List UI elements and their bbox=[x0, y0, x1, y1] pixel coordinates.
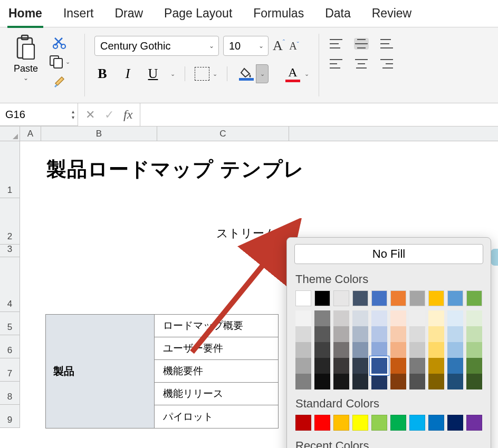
paste-button[interactable]: Paste ⌄ bbox=[7, 33, 44, 82]
font-name-select[interactable]: Century Gothic⌄ bbox=[94, 36, 219, 56]
align-bottom-button[interactable] bbox=[379, 38, 394, 50]
select-all-corner[interactable] bbox=[0, 126, 20, 141]
row-header[interactable]: 1 bbox=[0, 141, 20, 198]
color-swatch[interactable] bbox=[447, 374, 463, 389]
color-swatch[interactable] bbox=[428, 326, 444, 342]
color-swatch[interactable] bbox=[390, 326, 406, 342]
font-color-button[interactable]: A bbox=[283, 65, 302, 82]
color-swatch[interactable] bbox=[295, 415, 311, 431]
column-header[interactable]: A bbox=[20, 126, 41, 141]
row-header[interactable]: 3 bbox=[0, 245, 20, 257]
fill-color-dropdown[interactable]: ⌄ bbox=[256, 64, 269, 83]
color-swatch[interactable] bbox=[371, 374, 387, 389]
color-swatch[interactable] bbox=[371, 358, 387, 374]
cut-button[interactable] bbox=[53, 36, 66, 50]
color-swatch[interactable] bbox=[314, 290, 330, 306]
color-swatch[interactable] bbox=[333, 358, 349, 374]
color-swatch[interactable] bbox=[466, 290, 482, 306]
color-swatch[interactable] bbox=[352, 290, 368, 306]
color-swatch[interactable] bbox=[466, 342, 482, 358]
color-swatch[interactable] bbox=[371, 310, 387, 326]
color-swatch[interactable] bbox=[466, 310, 482, 326]
table-row[interactable]: 機能要件 bbox=[155, 360, 278, 383]
color-swatch[interactable] bbox=[295, 290, 311, 306]
borders-button[interactable]: ⌄ bbox=[195, 67, 217, 81]
color-swatch[interactable] bbox=[428, 290, 444, 306]
color-swatch[interactable] bbox=[352, 326, 368, 342]
chevron-down-icon[interactable]: ⌄ bbox=[170, 71, 175, 77]
font-size-select[interactable]: 10⌄ bbox=[223, 36, 269, 56]
color-swatch[interactable] bbox=[295, 358, 311, 374]
column-header[interactable]: C bbox=[157, 126, 289, 141]
color-swatch[interactable] bbox=[409, 415, 425, 431]
color-swatch[interactable] bbox=[390, 358, 406, 374]
table-row[interactable]: 機能リリース bbox=[155, 383, 278, 405]
color-swatch[interactable] bbox=[352, 342, 368, 358]
ribbon-tab-draw[interactable]: Draw bbox=[113, 4, 144, 26]
decrease-font-button[interactable]: Aˇ bbox=[289, 40, 299, 52]
color-swatch[interactable] bbox=[352, 415, 368, 431]
color-swatch[interactable] bbox=[371, 326, 387, 342]
color-swatch[interactable] bbox=[390, 290, 406, 306]
color-swatch[interactable] bbox=[333, 290, 349, 306]
color-swatch[interactable] bbox=[409, 358, 425, 374]
color-swatch[interactable] bbox=[428, 374, 444, 389]
color-swatch[interactable] bbox=[371, 415, 387, 431]
color-swatch[interactable] bbox=[428, 342, 444, 358]
product-header-cell[interactable]: 製品 bbox=[46, 315, 155, 428]
confirm-icon[interactable]: ✓ bbox=[104, 108, 114, 122]
color-swatch[interactable] bbox=[466, 326, 482, 342]
color-swatch[interactable] bbox=[333, 310, 349, 326]
color-swatch[interactable] bbox=[447, 415, 463, 431]
color-swatch[interactable] bbox=[333, 342, 349, 358]
color-swatch[interactable] bbox=[409, 374, 425, 389]
align-top-button[interactable] bbox=[329, 38, 343, 50]
color-swatch[interactable] bbox=[409, 326, 425, 342]
ribbon-tab-page-layout[interactable]: Page Layout bbox=[163, 4, 233, 26]
ribbon-tab-home[interactable]: Home bbox=[7, 4, 43, 28]
color-swatch[interactable] bbox=[466, 415, 482, 431]
color-swatch[interactable] bbox=[447, 310, 463, 326]
color-swatch[interactable] bbox=[428, 415, 444, 431]
color-swatch[interactable] bbox=[447, 342, 463, 358]
column-header[interactable]: B bbox=[41, 126, 157, 141]
color-swatch[interactable] bbox=[295, 326, 311, 342]
color-swatch[interactable] bbox=[295, 310, 311, 326]
color-swatch[interactable] bbox=[466, 358, 482, 374]
color-swatch[interactable] bbox=[314, 326, 330, 342]
color-swatch[interactable] bbox=[428, 310, 444, 326]
italic-button[interactable]: I bbox=[120, 66, 136, 82]
color-swatch[interactable] bbox=[447, 326, 463, 342]
chevron-down-icon[interactable]: ⌄ bbox=[23, 74, 28, 82]
no-fill-button[interactable]: No Fill bbox=[294, 244, 483, 264]
align-center-button[interactable] bbox=[354, 58, 369, 70]
row-header[interactable]: 5 bbox=[0, 312, 20, 335]
chevron-down-icon[interactable]: ⌄ bbox=[304, 71, 309, 77]
name-box[interactable]: G16 ▴▾ bbox=[0, 103, 78, 126]
row-header[interactable]: 9 bbox=[0, 405, 20, 428]
row-header[interactable]: 6 bbox=[0, 335, 20, 358]
fill-color-button[interactable] bbox=[237, 64, 256, 83]
color-swatch[interactable] bbox=[314, 374, 330, 389]
row-header[interactable]: 4 bbox=[0, 257, 20, 312]
color-swatch[interactable] bbox=[314, 310, 330, 326]
fx-icon[interactable]: fx bbox=[123, 108, 132, 122]
color-swatch[interactable] bbox=[314, 415, 330, 431]
color-swatch[interactable] bbox=[314, 358, 330, 374]
color-swatch[interactable] bbox=[295, 342, 311, 358]
color-swatch[interactable] bbox=[314, 342, 330, 358]
row-header[interactable]: 7 bbox=[0, 358, 20, 382]
color-swatch[interactable] bbox=[371, 290, 387, 306]
color-swatch[interactable] bbox=[352, 358, 368, 374]
color-swatch[interactable] bbox=[390, 342, 406, 358]
color-swatch[interactable] bbox=[333, 374, 349, 389]
underline-button[interactable]: U bbox=[145, 66, 161, 82]
color-swatch[interactable] bbox=[295, 374, 311, 389]
bold-button[interactable]: B bbox=[94, 66, 110, 82]
color-swatch[interactable] bbox=[352, 374, 368, 389]
align-middle-button[interactable] bbox=[354, 38, 369, 50]
name-box-spinner[interactable]: ▴▾ bbox=[72, 109, 74, 120]
row-header[interactable]: 2 bbox=[0, 198, 20, 245]
color-swatch[interactable] bbox=[409, 342, 425, 358]
align-left-button[interactable] bbox=[329, 58, 343, 70]
